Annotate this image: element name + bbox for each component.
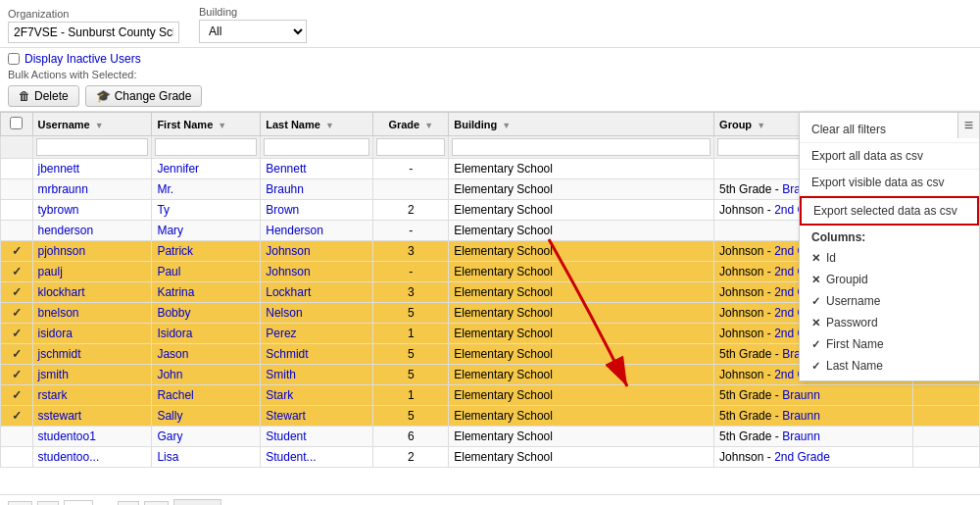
trash-icon: 🗑 bbox=[19, 89, 30, 103]
dp-col-item-id[interactable]: ✕Id bbox=[800, 247, 979, 269]
row-username[interactable]: studentoo1 bbox=[32, 427, 152, 447]
table-row: studentoo1GaryStudent6Elementary School5… bbox=[1, 427, 980, 447]
row-username[interactable]: henderson bbox=[32, 221, 152, 241]
dp-col-item-first-name[interactable]: ✓First Name bbox=[800, 333, 979, 355]
items-per-page-select[interactable]: 152550100 bbox=[173, 499, 221, 505]
th-lastname[interactable]: Last Name ▼ bbox=[261, 113, 373, 136]
display-users-row: Display Inactive Users bbox=[8, 52, 972, 66]
row-username[interactable]: klockhart bbox=[32, 282, 152, 303]
change-grade-label: Change Grade bbox=[115, 89, 192, 103]
th-check bbox=[1, 113, 33, 136]
row-check[interactable] bbox=[1, 200, 33, 221]
row-firstname: Patrick bbox=[152, 241, 261, 262]
filter-lastname[interactable] bbox=[261, 136, 373, 159]
row-check[interactable]: ✓ bbox=[1, 262, 33, 282]
last-page-btn[interactable]: ▶| bbox=[144, 501, 169, 506]
row-username[interactable]: bnelson bbox=[32, 303, 152, 324]
row-group: 5th Grade - Braunn bbox=[714, 385, 913, 406]
row-username[interactable]: paulj bbox=[32, 262, 152, 282]
row-group: 5th Grade - Braunn bbox=[714, 427, 913, 447]
row-firstname: Jennifer bbox=[152, 159, 261, 179]
delete-button[interactable]: 🗑 Delete bbox=[8, 85, 79, 107]
filter-check bbox=[1, 136, 33, 159]
table-row: ✓sstewartSallyStewart5Elementary School5… bbox=[1, 406, 980, 427]
row-check[interactable] bbox=[1, 159, 33, 179]
row-username[interactable]: sstewart bbox=[32, 406, 152, 427]
row-check[interactable]: ✓ bbox=[1, 324, 33, 344]
th-username[interactable]: Username ▼ bbox=[32, 113, 152, 136]
th-firstname[interactable]: First Name ▼ bbox=[152, 113, 261, 136]
display-inactive-checkbox[interactable] bbox=[8, 53, 20, 65]
row-username[interactable]: rstark bbox=[32, 385, 152, 406]
filter-firstname-input[interactable] bbox=[155, 138, 257, 156]
row-building: Elementary School bbox=[449, 303, 714, 324]
filter-firstname[interactable] bbox=[152, 136, 261, 159]
row-check[interactable] bbox=[1, 179, 33, 200]
row-lastname: Brown bbox=[261, 200, 373, 221]
filter-username[interactable] bbox=[32, 136, 152, 159]
row-check[interactable]: ✓ bbox=[1, 344, 33, 365]
sort-firstname-icon: ▼ bbox=[218, 121, 226, 130]
filter-grade[interactable] bbox=[373, 136, 449, 159]
export-selected-csv-item[interactable]: Export selected data as csv bbox=[800, 196, 979, 226]
row-username[interactable]: tybrown bbox=[32, 200, 152, 221]
row-check[interactable]: ✓ bbox=[1, 365, 33, 385]
row-check[interactable]: ✓ bbox=[1, 385, 33, 406]
row-grade: 1 bbox=[373, 385, 449, 406]
row-check[interactable] bbox=[1, 447, 33, 468]
row-username[interactable]: isidora bbox=[32, 324, 152, 344]
row-grade: 5 bbox=[373, 303, 449, 324]
dp-col-item-groupid[interactable]: ✕Groupid bbox=[800, 269, 979, 290]
first-page-btn[interactable]: |◀ bbox=[8, 501, 32, 506]
org-label: Organization bbox=[8, 8, 179, 20]
export-visible-csv-item[interactable]: Export visible data as csv bbox=[800, 170, 979, 196]
prev-page-btn[interactable]: ◀ bbox=[37, 501, 59, 506]
row-username[interactable]: jschmidt bbox=[32, 344, 152, 365]
row-building: Elementary School bbox=[449, 324, 714, 344]
building-select[interactable]: All Elementary School bbox=[199, 20, 307, 43]
filter-building-input[interactable] bbox=[452, 138, 710, 156]
row-username[interactable]: studentoo... bbox=[32, 447, 152, 468]
row-lastname: Stewart bbox=[261, 406, 373, 427]
dp-col-item-last-name[interactable]: ✓Last Name bbox=[800, 355, 979, 377]
row-role bbox=[913, 427, 980, 447]
filter-grade-input[interactable] bbox=[376, 138, 445, 156]
export-all-csv-item[interactable]: Export all data as csv bbox=[800, 143, 979, 170]
row-building: Elementary School bbox=[449, 447, 714, 468]
row-username[interactable]: mrbraunn bbox=[32, 179, 152, 200]
row-grade: 6 bbox=[373, 427, 449, 447]
current-page-input[interactable] bbox=[64, 500, 93, 505]
filter-lastname-input[interactable] bbox=[264, 138, 369, 156]
row-username[interactable]: pjohnson bbox=[32, 241, 152, 262]
display-users-label[interactable]: Display Inactive Users bbox=[24, 52, 141, 66]
th-building[interactable]: Building ▼ bbox=[449, 113, 714, 136]
toolbar: Display Inactive Users Bulk Actions with… bbox=[0, 48, 980, 112]
row-lastname: Smith bbox=[261, 365, 373, 385]
change-grade-button[interactable]: 🎓 Change Grade bbox=[85, 85, 203, 107]
row-role bbox=[913, 447, 980, 468]
row-username[interactable]: jsmith bbox=[32, 365, 152, 385]
row-check[interactable] bbox=[1, 221, 33, 241]
table-row: ✓rstarkRachelStark1Elementary School5th … bbox=[1, 385, 980, 406]
row-check[interactable]: ✓ bbox=[1, 303, 33, 324]
pagination: |◀ ◀ / 2 ▶ ▶| 152550100 items per page 1… bbox=[0, 494, 980, 505]
btn-row: 🗑 Delete 🎓 Change Grade bbox=[8, 85, 972, 107]
clear-filters-item[interactable]: Clear all filters bbox=[800, 117, 979, 143]
select-all-checkbox[interactable] bbox=[10, 117, 23, 129]
row-username[interactable]: jbennett bbox=[32, 159, 152, 179]
row-lastname: Schmidt bbox=[261, 344, 373, 365]
filter-username-input[interactable] bbox=[36, 138, 149, 156]
next-page-btn[interactable]: ▶ bbox=[118, 501, 139, 506]
row-check[interactable]: ✓ bbox=[1, 241, 33, 262]
th-grade[interactable]: Grade ▼ bbox=[373, 113, 449, 136]
org-input[interactable] bbox=[8, 22, 179, 43]
row-check[interactable]: ✓ bbox=[1, 282, 33, 303]
row-lastname: Student... bbox=[261, 447, 373, 468]
row-check[interactable] bbox=[1, 427, 33, 447]
filter-building[interactable] bbox=[449, 136, 714, 159]
dp-col-item-username[interactable]: ✓Username bbox=[800, 290, 979, 312]
row-check[interactable]: ✓ bbox=[1, 406, 33, 427]
dp-col-item-password[interactable]: ✕Password bbox=[800, 312, 979, 333]
row-lastname: Johnson bbox=[261, 262, 373, 282]
dp-menu-icon[interactable]: ≡ bbox=[957, 113, 979, 138]
